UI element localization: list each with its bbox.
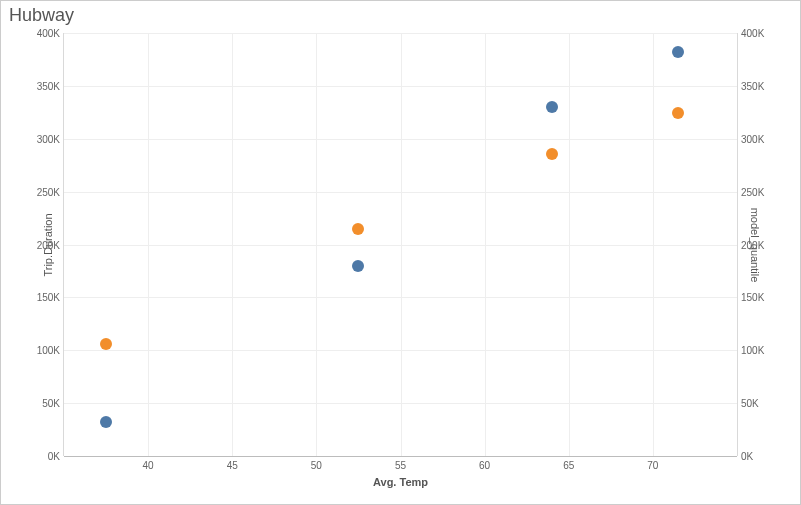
y-left-tick: 400K: [37, 28, 60, 39]
gridline-vertical: [316, 33, 317, 456]
x-axis-label: Avg. Temp: [373, 476, 428, 488]
plot-area: Trip.Duration model_quantile Avg. Temp 0…: [63, 33, 738, 456]
data-point-model-quantile: [546, 148, 558, 160]
y-right-tick: 50K: [741, 398, 759, 409]
y-right-tick: 100K: [741, 345, 764, 356]
data-point-model-quantile: [100, 338, 112, 350]
data-point-model-quantile: [672, 107, 684, 119]
data-point-model-quantile: [352, 223, 364, 235]
data-point-trip-duration: [672, 46, 684, 58]
gridline-vertical: [569, 33, 570, 456]
x-axis-baseline: [64, 456, 737, 457]
chart-title: Hubway: [9, 5, 74, 26]
y-left-tick: 350K: [37, 80, 60, 91]
y-right-tick: 400K: [741, 28, 764, 39]
data-point-trip-duration: [546, 101, 558, 113]
y-left-tick: 0K: [48, 451, 60, 462]
x-tick: 55: [395, 460, 406, 471]
y-right-tick: 0K: [741, 451, 753, 462]
y-left-tick: 200K: [37, 239, 60, 250]
data-point-trip-duration: [352, 260, 364, 272]
x-tick: 70: [647, 460, 658, 471]
y-right-tick: 150K: [741, 292, 764, 303]
gridline-vertical: [232, 33, 233, 456]
y-right-tick: 250K: [741, 186, 764, 197]
chart-frame: Hubway Trip.Duration model_quantile Avg.…: [0, 0, 801, 505]
y-left-tick: 300K: [37, 133, 60, 144]
y-right-tick: 350K: [741, 80, 764, 91]
gridline-vertical: [401, 33, 402, 456]
x-tick: 50: [311, 460, 322, 471]
gridline-vertical: [485, 33, 486, 456]
y-right-tick: 200K: [741, 239, 764, 250]
y-left-tick: 250K: [37, 186, 60, 197]
y-left-tick: 50K: [42, 398, 60, 409]
x-tick: 60: [479, 460, 490, 471]
data-point-trip-duration: [100, 416, 112, 428]
y-left-tick: 150K: [37, 292, 60, 303]
y-left-tick: 100K: [37, 345, 60, 356]
gridline-vertical: [653, 33, 654, 456]
gridline-vertical: [148, 33, 149, 456]
x-tick: 65: [563, 460, 574, 471]
y-right-tick: 300K: [741, 133, 764, 144]
x-tick: 40: [143, 460, 154, 471]
x-tick: 45: [227, 460, 238, 471]
